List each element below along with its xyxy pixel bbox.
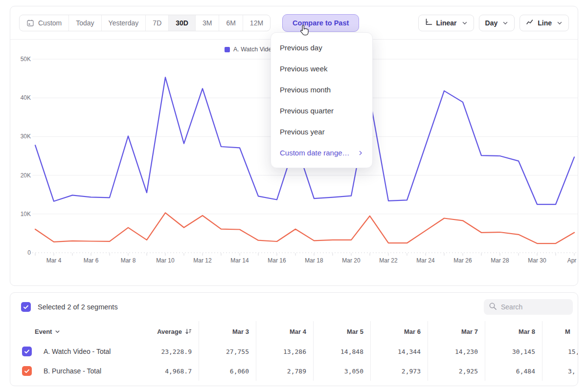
x-axis-label: Mar 4 [46, 257, 62, 264]
cell-value: 2,925 [428, 361, 485, 381]
y-axis-label: 50K [21, 56, 31, 63]
menu-item-previous-quarter[interactable]: Previous quarter [271, 100, 372, 121]
range-label: 12M [250, 19, 263, 27]
x-axis-label: Mar 28 [491, 257, 509, 264]
x-axis-label: Mar 20 [342, 257, 361, 264]
segments-table: EventAverageMar 3Mar 4Mar 5Mar 6Mar 7Mar… [10, 321, 578, 381]
cell-value: 15, [542, 342, 578, 361]
range-today[interactable]: Today [68, 15, 101, 31]
checkmark-icon [23, 368, 30, 374]
chevron-down-icon [55, 329, 60, 334]
x-axis-label: Mar 30 [528, 257, 546, 264]
range-label: 6M [226, 19, 235, 27]
x-axis-label: Mar 16 [268, 257, 286, 264]
cell-value: 3, [542, 361, 578, 381]
axis-scale-icon [425, 18, 432, 27]
chevron-right-icon [358, 150, 363, 156]
range-label: Today [76, 19, 94, 27]
menu-item-previous-year[interactable]: Previous year [271, 121, 372, 142]
linear-scale-button[interactable]: Linear [418, 15, 474, 31]
column-header-mar-4: Mar 4 [256, 321, 313, 342]
segments-panel: Selected 2 of 2 segments EventAverageMar… [10, 292, 578, 386]
cell-value: 13,286 [256, 342, 313, 361]
segment-checkbox[interactable] [22, 347, 32, 356]
x-axis-ticks: Mar 4Mar 6Mar 8Mar 10Mar 12Mar 14Mar 16M… [35, 253, 578, 264]
compare-to-past-button[interactable]: Compare to Past [282, 14, 359, 32]
cell-value: 2,973 [370, 361, 428, 381]
range-label: 3M [203, 19, 212, 27]
range-12m[interactable]: 12M [243, 15, 270, 31]
calendar-icon [26, 19, 34, 27]
segment-name: B. Purchase - Total [44, 367, 101, 375]
range-label: 7D [153, 19, 161, 27]
range-7d[interactable]: 7D [145, 15, 168, 31]
column-header-mar-7: Mar 7 [428, 321, 485, 342]
segment-name: A. Watch Video - Total [44, 348, 111, 355]
cell-value: 14,848 [313, 342, 370, 361]
line-chart-icon [526, 18, 534, 27]
series-line [35, 213, 574, 243]
range-label: Custom [38, 19, 62, 27]
search-input[interactable] [501, 303, 564, 311]
table-row-label: B. Purchase - Total [10, 361, 140, 381]
menu-item-previous-week[interactable]: Previous week [271, 58, 372, 79]
selected-segments-label: Selected 2 of 2 segments [38, 303, 118, 311]
cell-value: 14,230 [428, 342, 485, 361]
y-axis-label: 0 [27, 249, 31, 256]
date-range-segmented-control: CustomTodayYesterday7D30D3M6M12M [19, 15, 271, 31]
menu-item-previous-day[interactable]: Previous day [271, 37, 372, 58]
segments-header: Selected 2 of 2 segments [10, 293, 578, 321]
range-label: 30D [176, 19, 188, 27]
segment-checkbox[interactable] [22, 366, 32, 376]
search-box[interactable] [484, 299, 573, 315]
custom-date-range-label: Custom date range… [280, 149, 350, 157]
chevron-down-icon [557, 20, 563, 26]
cell-value: 30,145 [485, 342, 542, 361]
y-axis-label: 40K [21, 94, 31, 101]
interval-day-button[interactable]: Day [479, 15, 515, 31]
x-axis-label: Mar 10 [156, 257, 175, 264]
cell-value: 3,050 [313, 361, 370, 381]
chart-type-line-button[interactable]: Line [519, 15, 569, 31]
compare-to-past-menu: Previous dayPrevious weekPrevious monthP… [271, 32, 373, 168]
search-icon [489, 302, 497, 312]
menu-item-custom-date-range[interactable]: Custom date range… [271, 142, 372, 163]
table-row-label: A. Watch Video - Total [10, 342, 140, 361]
select-all-checkbox[interactable] [21, 302, 31, 312]
column-header-mar-5: Mar 5 [313, 321, 370, 342]
chevron-down-icon [502, 20, 508, 26]
x-axis-label: Mar 8 [121, 257, 136, 264]
chevron-down-icon [462, 20, 468, 26]
column-header-clipped: M [542, 321, 578, 342]
cell-value: 14,344 [370, 342, 428, 361]
x-axis-label: Mar 6 [84, 257, 99, 264]
y-axis-label: 20K [21, 172, 31, 179]
x-axis-label: Apr 1 [567, 257, 578, 264]
cell-value: 6,060 [199, 361, 256, 381]
cell-value: 27,755 [199, 342, 256, 361]
average-value: 23,228.9 [140, 342, 199, 361]
average-value: 4,968.7 [140, 361, 199, 381]
menu-item-previous-month[interactable]: Previous month [271, 79, 372, 100]
range-label: Yesterday [109, 19, 139, 27]
cell-value: 6,484 [485, 361, 542, 381]
column-header-average[interactable]: Average [140, 321, 199, 342]
x-axis-label: Mar 18 [305, 257, 323, 264]
column-header-mar-8: Mar 8 [485, 321, 542, 342]
checkmark-icon [23, 348, 30, 355]
x-axis-label: Mar 22 [379, 257, 398, 264]
x-axis-label: Mar 12 [193, 257, 212, 264]
range-3m[interactable]: 3M [195, 15, 219, 31]
range-30d[interactable]: 30D [168, 15, 195, 31]
sort-icon [185, 328, 192, 335]
range-yesterday[interactable]: Yesterday [101, 15, 146, 31]
column-header-event[interactable]: Event [10, 321, 140, 342]
range-custom[interactable]: Custom [20, 15, 68, 31]
x-axis-label: Mar 14 [230, 257, 249, 264]
range-6m[interactable]: 6M [219, 15, 242, 31]
x-axis-label: Mar 24 [416, 257, 435, 264]
checkmark-icon [23, 304, 29, 310]
x-axis-label: Mar 26 [453, 257, 472, 264]
column-header-mar-6: Mar 6 [370, 321, 428, 342]
y-axis-label: 10K [21, 211, 31, 218]
